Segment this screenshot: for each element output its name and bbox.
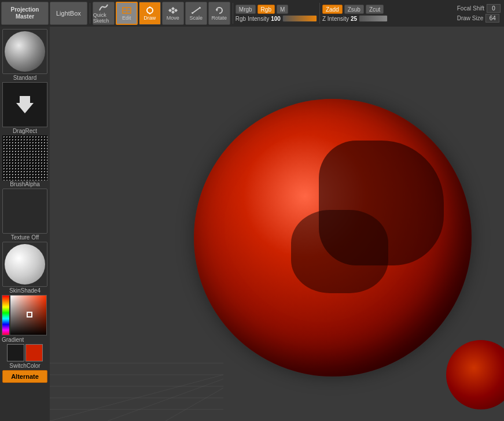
scale-icon	[191, 6, 201, 14]
svg-point-3	[147, 8, 153, 13]
rgb-button[interactable]: Rgb	[257, 5, 275, 14]
z-intensity-value: 25	[351, 16, 357, 22]
separator-1	[90, 3, 90, 24]
saturation-value-area[interactable]	[10, 296, 46, 335]
switch-color-row	[7, 344, 43, 361]
standard-brush-label: Standard	[13, 75, 37, 81]
background-color-swatch[interactable]	[25, 344, 43, 361]
lightbox-button[interactable]: LightBox	[50, 2, 87, 25]
standard-brush-preview	[2, 29, 47, 74]
draw-size-label: Draw Size	[457, 15, 484, 21]
brush-alpha-noise	[2, 135, 47, 180]
mrgb-button[interactable]: Mrgb	[236, 5, 256, 14]
color-picker-main[interactable]	[2, 295, 47, 335]
draw-icon	[145, 6, 155, 14]
rgb-intensity-label: Rgb Intensity	[236, 16, 269, 22]
focal-draw-group: Focal Shift 0 Draw Size 64	[457, 4, 503, 23]
standard-brush-sphere	[5, 31, 45, 72]
edit-button[interactable]: Edit	[116, 2, 138, 25]
standard-brush-swatch[interactable]: Standard	[2, 29, 48, 81]
texture-preview	[2, 189, 47, 234]
rotate-icon	[214, 6, 225, 14]
left-sidebar: Standard DragRect BrushAlpha Texture Off	[0, 27, 50, 421]
projection-master-button[interactable]: Projection Master	[1, 2, 49, 25]
brush-alpha-preview	[2, 135, 47, 180]
red-sphere-shape	[194, 99, 472, 376]
hue-strip[interactable]	[2, 296, 9, 335]
color-mode-group: Mrgb Rgb M Rgb Intensity 100	[236, 5, 317, 22]
foreground-color-swatch[interactable]	[7, 344, 24, 361]
z-intensity-slider[interactable]	[359, 15, 388, 22]
alternate-button[interactable]: Alternate	[2, 370, 47, 383]
skin-shade-preview	[2, 242, 47, 287]
skin-shade-swatch[interactable]: SkinShade4	[2, 242, 48, 294]
rgb-intensity-slider[interactable]	[282, 15, 317, 22]
separator-3	[319, 3, 320, 24]
rgb-intensity-value: 100	[271, 16, 281, 22]
canvas-area[interactable]: .grid-line { stroke: #606060; stroke-wid…	[50, 27, 504, 421]
dragrect-preview	[2, 82, 47, 127]
zadd-button[interactable]: Zadd	[322, 5, 343, 14]
skin-shade-label: SkinShade4	[9, 287, 41, 294]
dragrect-arrow-icon	[16, 96, 34, 113]
texture-label: Texture Off	[11, 234, 39, 241]
move-button[interactable]: Move	[162, 2, 184, 25]
svg-line-6	[192, 8, 200, 13]
sphere-dark-patch-2	[291, 210, 388, 293]
z-mode-group: Zadd Zsub Zcut Z Intensity 25	[322, 5, 388, 22]
gradient-label: Gradient	[2, 337, 24, 343]
z-intensity-label: Z Intensity	[322, 16, 349, 22]
texture-swatch[interactable]: Texture Off	[2, 189, 48, 241]
z-intensity-row: Z Intensity 25	[322, 15, 388, 22]
zadd-row: Zadd Zsub Zcut	[322, 5, 384, 14]
focal-shift-label: Focal Shift	[457, 5, 484, 12]
dragrect-label: DragRect	[13, 128, 37, 134]
draw-size-value[interactable]: 64	[485, 14, 499, 23]
scale-button[interactable]: Scale	[185, 2, 207, 25]
zsub-button[interactable]: Zsub	[344, 5, 364, 14]
focal-shift-row: Focal Shift 0	[457, 4, 501, 13]
quick-sketch-icon	[98, 3, 109, 12]
switch-color-label: SwitchColor	[9, 363, 40, 369]
top-toolbar: Projection Master LightBox Quick Sketch …	[0, 0, 504, 27]
focal-shift-value[interactable]: 0	[487, 4, 501, 13]
draw-button[interactable]: Draw	[139, 2, 161, 25]
main-area: Standard DragRect BrushAlpha Texture Off	[0, 27, 504, 421]
edit-icon	[122, 6, 132, 14]
color-picker[interactable]: Gradient	[2, 295, 48, 343]
dragrect-swatch[interactable]: DragRect	[2, 82, 48, 134]
move-icon	[168, 6, 178, 14]
main-sphere	[194, 99, 472, 376]
brush-alpha-swatch[interactable]: BrushAlpha	[2, 135, 48, 187]
brush-alpha-label: BrushAlpha	[10, 181, 40, 187]
draw-size-row: Draw Size 64	[457, 14, 501, 23]
color-mode-row: Mrgb Rgb M	[236, 5, 289, 14]
rgb-intensity-row: Rgb Intensity 100	[236, 15, 317, 22]
quick-sketch-button[interactable]: Quick Sketch	[93, 2, 115, 25]
m-button[interactable]: M	[277, 5, 288, 14]
rotate-button[interactable]: Rotate	[208, 2, 230, 25]
separator-2	[233, 3, 233, 24]
zcut-button[interactable]: Zcut	[366, 5, 384, 14]
skin-shade-sphere	[5, 244, 45, 285]
